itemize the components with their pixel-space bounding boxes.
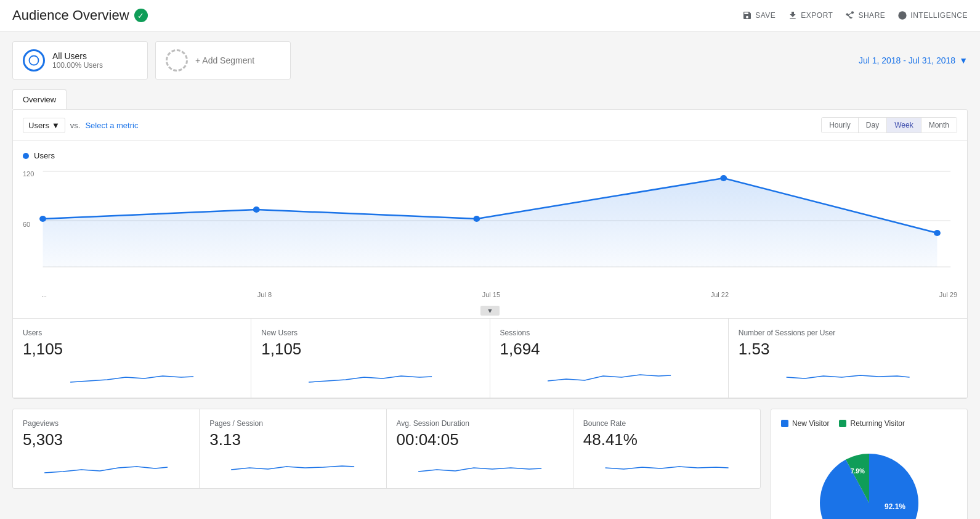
svg-marker-5 — [43, 178, 937, 267]
metric-value-bounce-rate: 48.41% — [583, 430, 750, 449]
svg-point-10 — [934, 230, 941, 236]
metric-value-pages-session: 3.13 — [209, 430, 376, 449]
header: Audience Overview ✓ SAVE EXPORT SHARE IN… — [0, 0, 980, 31]
metric-cell-users: Users 1,105 — [13, 319, 251, 398]
new-visitor-legend: New Visitor — [781, 419, 829, 428]
select-metric-link[interactable]: Select a metric — [85, 121, 138, 130]
metric-value-new-users: 1,105 — [261, 340, 479, 359]
metric-left: Users ▼ vs. Select a metric — [23, 118, 138, 133]
sparkline-pageviews — [23, 454, 189, 479]
date-picker-arrow: ▼ — [959, 55, 968, 65]
metric-cell-pages-session: Pages / Session 3.13 — [200, 409, 386, 488]
add-segment-text: + Add Segment — [195, 55, 254, 65]
save-button[interactable]: SAVE — [742, 10, 775, 20]
add-segment-card[interactable]: + Add Segment — [155, 41, 291, 80]
metrics-bottom-grid: Pageviews 5,303 Pages / Session 3.13 Avg… — [12, 409, 761, 489]
segments-row: All Users 100.00% Users + Add Segment Ju… — [12, 41, 968, 80]
returning-visitor-legend: Returning Visitor — [839, 419, 905, 428]
overview-tab-label[interactable]: Overview — [12, 89, 968, 109]
overview-tab-text: Overview — [12, 89, 67, 109]
svg-point-9 — [720, 175, 727, 181]
y-axis-max: 120 — [23, 170, 34, 178]
chart-container: 120 60 — [23, 165, 957, 288]
segment-circle-icon — [23, 49, 45, 72]
sparkline-bounce-rate — [583, 454, 750, 479]
shield-icon: ✓ — [134, 9, 148, 22]
time-period-buttons: Hourly Day Week Month — [821, 117, 957, 133]
bottom-section: Pageviews 5,303 Pages / Session 3.13 Avg… — [12, 409, 968, 519]
metric-value-pageviews: 5,303 — [23, 430, 189, 449]
segments-left: All Users 100.00% Users + Add Segment — [12, 41, 291, 80]
metric-cell-avg-duration: Avg. Session Duration 00:04:05 — [387, 409, 573, 488]
intelligence-label: INTELLIGENCE — [910, 11, 968, 20]
segment-percentage: 100.00% Users — [52, 61, 103, 70]
metric-dropdown-arrow: ▼ — [52, 121, 60, 130]
metrics-bottom: Pageviews 5,303 Pages / Session 3.13 Avg… — [12, 409, 761, 519]
page-title: Audience Overview — [12, 7, 129, 23]
metric-cell-bounce-rate: Bounce Rate 48.41% — [573, 409, 760, 488]
day-btn[interactable]: Day — [859, 118, 887, 133]
x-label-2: Jul 15 — [482, 291, 500, 298]
metric-label-pages-session: Pages / Session — [209, 419, 376, 428]
segment-info: All Users 100.00% Users — [52, 51, 103, 70]
share-button[interactable]: SHARE — [845, 10, 885, 20]
x-label-1: Jul 8 — [257, 291, 272, 298]
scroll-indicator: ▼ — [23, 303, 957, 318]
metric-cell-sessions: Sessions 1,694 — [490, 319, 729, 398]
export-button[interactable]: EXPORT — [788, 10, 833, 20]
metric-label-bounce-rate: Bounce Rate — [583, 419, 750, 428]
users-legend-label: Users — [34, 151, 55, 160]
save-label: SAVE — [755, 11, 775, 20]
metric-label-users: Users — [23, 329, 241, 337]
header-left: Audience Overview ✓ — [12, 7, 148, 23]
sparkline-sessions — [500, 364, 718, 388]
header-actions: SAVE EXPORT SHARE INTELLIGENCE — [742, 10, 968, 20]
metric-label-new-users: New Users — [261, 329, 479, 337]
metric-cell-new-users: New Users 1,105 — [251, 319, 490, 398]
share-label: SHARE — [858, 11, 885, 20]
pie-chart: 92.1% 7.9% — [789, 435, 949, 519]
date-picker[interactable]: Jul 1, 2018 - Jul 31, 2018 ▼ — [859, 55, 968, 65]
main-content: All Users 100.00% Users + Add Segment Ju… — [0, 31, 980, 519]
x-label-4: Jul 29 — [939, 291, 957, 298]
scroll-button[interactable]: ▼ — [480, 306, 500, 316]
metric-cell-sessions-per-user: Number of Sessions per User 1.53 — [729, 319, 967, 398]
metric-label-avg-duration: Avg. Session Duration — [397, 419, 563, 428]
new-visitor-dot — [781, 420, 788, 427]
metric-cell-pageviews: Pageviews 5,303 — [13, 409, 200, 488]
new-visitor-pct-label: 92.1% — [885, 502, 905, 511]
metric-value-users: 1,105 — [23, 340, 241, 359]
hourly-btn[interactable]: Hourly — [822, 118, 859, 133]
metrics-top-grid: Users 1,105 New Users 1,105 Sessions 1,6… — [13, 318, 967, 398]
overview-panel: Users ▼ vs. Select a metric Hourly Day W… — [12, 109, 968, 399]
returning-visitor-dot — [839, 420, 846, 427]
x-label-3: Jul 22 — [711, 291, 729, 298]
x-axis: ... Jul 8 Jul 15 Jul 22 Jul 29 — [23, 288, 957, 303]
sparkline-sessions-per-user — [739, 364, 957, 388]
export-label: EXPORT — [801, 11, 833, 20]
users-legend-dot — [23, 153, 29, 159]
month-btn[interactable]: Month — [921, 118, 957, 133]
date-range-text: Jul 1, 2018 - Jul 31, 2018 — [859, 55, 955, 65]
intelligence-button[interactable]: INTELLIGENCE — [897, 10, 968, 20]
metric-label-sessions: Sessions — [500, 329, 718, 337]
sparkline-pages-session — [209, 454, 376, 479]
returning-visitor-label: Returning Visitor — [850, 419, 905, 428]
metric-value-sessions-per-user: 1.53 — [739, 340, 957, 359]
metric-dropdown[interactable]: Users ▼ — [23, 118, 65, 133]
metric-value-avg-duration: 00:04:05 — [397, 430, 563, 449]
new-visitor-label: New Visitor — [792, 419, 829, 428]
x-label-0: ... — [41, 291, 47, 298]
y-axis-mid: 60 — [23, 221, 30, 228]
sparkline-new-users — [261, 364, 479, 388]
svg-point-0 — [899, 11, 907, 19]
week-btn[interactable]: Week — [887, 118, 921, 133]
pie-legend: New Visitor Returning Visitor — [781, 419, 957, 428]
metric-dropdown-label: Users — [28, 121, 49, 130]
line-chart — [23, 165, 957, 276]
add-segment-icon — [166, 49, 188, 72]
sparkline-avg-duration — [397, 454, 563, 479]
svg-point-6 — [39, 216, 46, 222]
all-users-segment[interactable]: All Users 100.00% Users — [12, 41, 148, 80]
metric-label-pageviews: Pageviews — [23, 419, 189, 428]
